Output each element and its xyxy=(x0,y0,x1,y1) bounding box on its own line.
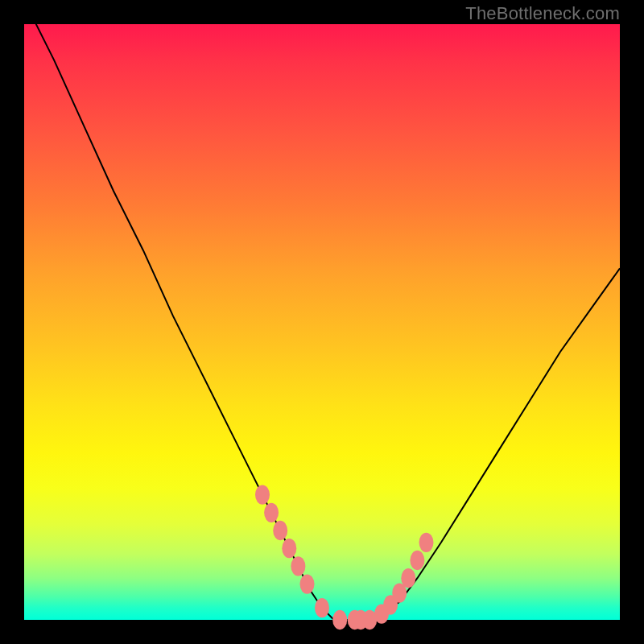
highlight-dot xyxy=(291,556,305,576)
plot-area xyxy=(24,24,620,620)
highlight-dot xyxy=(255,485,270,504)
highlight-dot xyxy=(419,533,434,552)
watermark-text: TheBottleneck.com xyxy=(465,3,620,24)
highlight-dot xyxy=(315,598,329,617)
highlight-dot xyxy=(332,610,347,630)
bottleneck-curve xyxy=(24,0,620,620)
highlight-dot xyxy=(410,551,424,570)
highlight-dots xyxy=(255,485,434,630)
chart-frame: TheBottleneck.com xyxy=(0,0,644,644)
curve-svg xyxy=(24,24,620,620)
highlight-dot xyxy=(273,521,287,540)
highlight-dot xyxy=(401,568,415,588)
highlight-dot xyxy=(300,574,315,593)
highlight-dot xyxy=(264,503,279,522)
highlight-dot xyxy=(282,539,296,558)
